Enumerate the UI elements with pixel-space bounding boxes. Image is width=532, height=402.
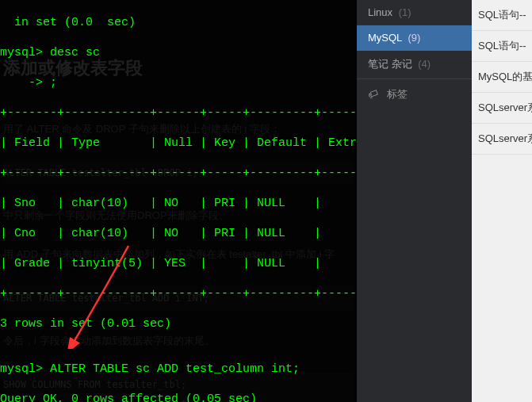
related-item[interactable]: SQL语句--: [472, 0, 532, 31]
term-line: | Cno | char(10) | NO | PRI | NULL | |: [0, 226, 357, 241]
term-line: 3 rows in set (0.01 sec): [0, 316, 357, 331]
sidebar-item-count: (4): [418, 58, 431, 70]
related-list: SQL语句-- SQL语句-- MySQL的基 SQLserver系 SQLse…: [472, 0, 532, 402]
related-item[interactable]: SQL语句--: [472, 31, 532, 62]
related-item[interactable]: SQLserver系: [472, 124, 532, 155]
sidebar-item-count: (9): [408, 32, 420, 44]
term-line: mysql> ALTER TABLE sc ADD test_column in…: [0, 362, 357, 377]
term-line: +-------+------------+------+-----+-----…: [0, 166, 357, 181]
related-item[interactable]: SQLserver系: [472, 93, 532, 124]
sidebar-tags-label: 标签: [387, 88, 408, 100]
sidebar-item-label: 笔记 杂记: [368, 58, 412, 70]
sidebar-item-label: MySQL: [368, 32, 402, 44]
category-sidebar: Linux (1) MySQL (9) 笔记 杂记 (4) 🏷 标签: [357, 0, 472, 402]
term-line: +-------+------------+------+-----+-----…: [0, 286, 357, 301]
sidebar-item-mysql[interactable]: MySQL (9): [357, 25, 472, 51]
term-line: -> ;: [0, 75, 357, 90]
sidebar-item-count: (1): [399, 6, 411, 18]
term-line: +-------+------------+------+-----+-----…: [0, 105, 357, 121]
term-line: | Field | Type | Null | Key | Default | …: [0, 136, 357, 151]
sidebar-item-label: Linux: [368, 6, 392, 18]
term-line: | Sno | char(10) | NO | PRI | NULL | |: [0, 196, 357, 211]
sidebar-item-linux[interactable]: Linux (1): [357, 0, 472, 25]
term-line: mysql> desc sc: [0, 45, 357, 60]
related-item[interactable]: MySQL的基: [472, 62, 532, 93]
tag-icon: 🏷: [366, 86, 381, 101]
term-line: Query OK, 0 rows affected (0.05 sec): [0, 392, 357, 402]
term-line: in set (0.0 sec): [0, 15, 357, 30]
sidebar-tags[interactable]: 🏷 标签: [357, 78, 472, 109]
sidebar-item-notes[interactable]: 笔记 杂记 (4): [357, 51, 472, 78]
term-line: | Grade | tinyint(5) | YES | | NULL | |: [0, 256, 357, 271]
mysql-terminal[interactable]: in set (0.0 sec) mysql> desc sc -> ; +--…: [0, 0, 357, 402]
